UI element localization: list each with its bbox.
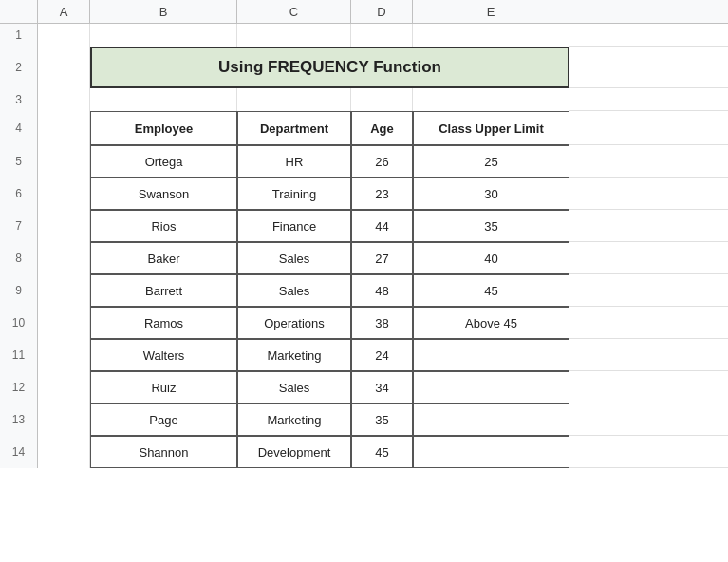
data-rows: 5 Ortega HR 26 25 6 Swanson Training 23 … <box>0 145 728 468</box>
cell-limit-6[interactable]: 30 <box>413 178 569 210</box>
cell-employee-5[interactable]: Ortega <box>90 145 237 178</box>
col-header-b: B <box>90 0 237 23</box>
cell-department-14[interactable]: Development <box>237 436 351 468</box>
title-cell: Using FREQUENCY Function <box>90 47 569 88</box>
cell-department-6[interactable]: Training <box>237 178 351 210</box>
row-num-14: 14 <box>0 436 38 468</box>
cell-limit-13[interactable] <box>413 403 569 436</box>
col-header-e: E <box>413 0 569 23</box>
cell-employee-14[interactable]: Shannon <box>90 436 237 468</box>
sheet-row-12: 12 Ruiz Sales 34 <box>0 371 728 403</box>
cell-limit-12[interactable] <box>413 371 569 403</box>
cell-a13[interactable] <box>38 403 90 436</box>
cell-a12[interactable] <box>38 371 90 403</box>
cell-employee-6[interactable]: Swanson <box>90 178 237 210</box>
cell-department-10[interactable]: Operations <box>237 307 351 339</box>
cell-a2[interactable] <box>38 47 90 88</box>
cell-department-12[interactable]: Sales <box>237 371 351 403</box>
cell-department-8[interactable]: Sales <box>237 242 351 274</box>
sheet-row-3: 3 <box>0 88 728 111</box>
cell-age-8[interactable]: 27 <box>351 242 413 274</box>
row-num-11: 11 <box>0 339 38 371</box>
extra-space <box>0 468 728 562</box>
row-num-1: 1 <box>0 24 38 47</box>
cell-employee-7[interactable]: Rios <box>90 210 237 242</box>
cell-c3[interactable] <box>237 88 351 111</box>
sheet-row-13: 13 Page Marketing 35 <box>0 403 728 436</box>
cell-department-9[interactable]: Sales <box>237 274 351 307</box>
cell-a3[interactable] <box>38 88 90 111</box>
cell-a8[interactable] <box>38 242 90 274</box>
row-num-6: 6 <box>0 178 38 210</box>
cell-limit-5[interactable]: 25 <box>413 145 569 178</box>
header-employee: Employee <box>90 111 237 145</box>
cell-age-14[interactable]: 45 <box>351 436 413 468</box>
cell-limit-8[interactable]: 40 <box>413 242 569 274</box>
sheet-row-14: 14 Shannon Development 45 <box>0 436 728 468</box>
sheet-row-1: 1 <box>0 24 728 47</box>
header-department: Department <box>237 111 351 145</box>
cell-employee-11[interactable]: Walters <box>90 339 237 371</box>
sheet-row-2: 2 Using FREQUENCY Function <box>0 47 728 88</box>
cell-department-11[interactable]: Marketing <box>237 339 351 371</box>
row-num-2: 2 <box>0 47 38 88</box>
sheet-row-6: 6 Swanson Training 23 30 <box>0 178 728 210</box>
cell-department-5[interactable]: HR <box>237 145 351 178</box>
cell-age-10[interactable]: 38 <box>351 307 413 339</box>
cell-a6[interactable] <box>38 178 90 210</box>
cell-d1[interactable] <box>351 24 413 47</box>
cell-a1[interactable] <box>38 24 90 47</box>
cell-b3[interactable] <box>90 88 237 111</box>
row-num-9: 9 <box>0 274 38 307</box>
cell-employee-12[interactable]: Ruiz <box>90 371 237 403</box>
cell-e1[interactable] <box>413 24 569 47</box>
header-age: Age <box>351 111 413 145</box>
cell-a11[interactable] <box>38 339 90 371</box>
row-num-8: 8 <box>0 242 38 274</box>
cell-a4[interactable] <box>38 111 90 145</box>
col-header-a: A <box>38 0 90 23</box>
cell-d3[interactable] <box>351 88 413 111</box>
cell-age-13[interactable]: 35 <box>351 403 413 436</box>
cell-age-11[interactable]: 24 <box>351 339 413 371</box>
row-num-7: 7 <box>0 210 38 242</box>
cell-limit-7[interactable]: 35 <box>413 210 569 242</box>
cell-employee-13[interactable]: Page <box>90 403 237 436</box>
sheet-row-4: 4 Employee Department Age Class Upper Li… <box>0 111 728 145</box>
cell-a9[interactable] <box>38 274 90 307</box>
cell-age-6[interactable]: 23 <box>351 178 413 210</box>
cell-c1[interactable] <box>237 24 351 47</box>
cell-limit-11[interactable] <box>413 339 569 371</box>
cell-limit-9[interactable]: 45 <box>413 274 569 307</box>
cell-b1[interactable] <box>90 24 237 47</box>
sheet-row-7: 7 Rios Finance 44 35 <box>0 210 728 242</box>
cell-age-5[interactable]: 26 <box>351 145 413 178</box>
sheet-row-8: 8 Baker Sales 27 40 <box>0 242 728 274</box>
cell-limit-10[interactable]: Above 45 <box>413 307 569 339</box>
sheet-row-5: 5 Ortega HR 26 25 <box>0 145 728 178</box>
cell-a5[interactable] <box>38 145 90 178</box>
cell-a7[interactable] <box>38 210 90 242</box>
spreadsheet: A B C D E 1 2 Using FREQUENCY Function 3 <box>0 0 728 562</box>
cell-age-7[interactable]: 44 <box>351 210 413 242</box>
row-num-5: 5 <box>0 145 38 178</box>
row-num-3: 3 <box>0 88 38 111</box>
cell-limit-14[interactable] <box>413 436 569 468</box>
header-class-upper-limit: Class Upper Limit <box>413 111 569 145</box>
cell-department-7[interactable]: Finance <box>237 210 351 242</box>
row-num-13: 13 <box>0 403 38 436</box>
cell-a14[interactable] <box>38 436 90 468</box>
row-num-4: 4 <box>0 111 38 145</box>
row-num-12: 12 <box>0 371 38 403</box>
cell-age-9[interactable]: 48 <box>351 274 413 307</box>
sheet-row-11: 11 Walters Marketing 24 <box>0 339 728 371</box>
cell-a10[interactable] <box>38 307 90 339</box>
cell-employee-8[interactable]: Baker <box>90 242 237 274</box>
cell-employee-9[interactable]: Barrett <box>90 274 237 307</box>
cell-age-12[interactable]: 34 <box>351 371 413 403</box>
cell-e3[interactable] <box>413 88 569 111</box>
corner-cell <box>0 0 38 23</box>
cell-department-13[interactable]: Marketing <box>237 403 351 436</box>
cell-employee-10[interactable]: Ramos <box>90 307 237 339</box>
column-headers: A B C D E <box>0 0 728 24</box>
